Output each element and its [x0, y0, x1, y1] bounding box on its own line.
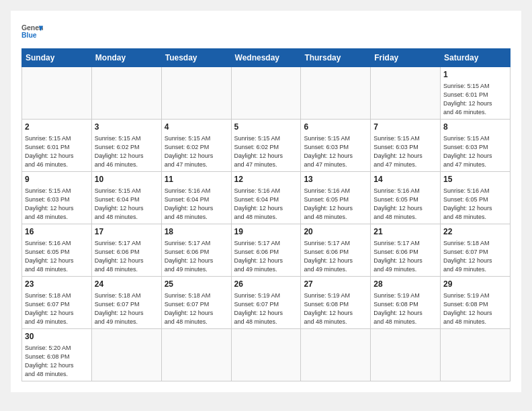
- day-info: Sunrise: 5:15 AM Sunset: 6:02 PM Dayligh…: [234, 134, 298, 169]
- day-info: Sunrise: 5:15 AM Sunset: 6:02 PM Dayligh…: [95, 134, 159, 169]
- calendar-cell: [441, 328, 511, 381]
- day-number: 19: [234, 226, 298, 238]
- generalblue-logo-icon: General Blue: [21, 21, 43, 43]
- weekday-header-wednesday: Wednesday: [231, 49, 301, 67]
- day-info: Sunrise: 5:15 AM Sunset: 6:03 PM Dayligh…: [25, 187, 89, 222]
- day-number: 2: [25, 122, 89, 133]
- day-number: 21: [373, 226, 437, 238]
- calendar-cell: [91, 328, 161, 381]
- day-info: Sunrise: 5:16 AM Sunset: 6:05 PM Dayligh…: [304, 187, 367, 222]
- calendar-cell: 25Sunrise: 5:18 AM Sunset: 6:07 PM Dayli…: [161, 276, 231, 328]
- calendar-cell: 2Sunrise: 5:15 AM Sunset: 6:01 PM Daylig…: [22, 119, 92, 171]
- day-number: 7: [373, 122, 437, 133]
- calendar-cell: 18Sunrise: 5:17 AM Sunset: 6:06 PM Dayli…: [161, 224, 231, 276]
- day-number: 29: [443, 279, 507, 290]
- svg-text:Blue: Blue: [21, 32, 37, 39]
- day-info: Sunrise: 5:15 AM Sunset: 6:03 PM Dayligh…: [304, 134, 367, 169]
- day-info: Sunrise: 5:19 AM Sunset: 6:08 PM Dayligh…: [443, 291, 507, 326]
- header: General Blue: [21, 21, 511, 43]
- day-number: 17: [95, 226, 159, 238]
- calendar-cell: 30Sunrise: 5:20 AM Sunset: 6:08 PM Dayli…: [22, 328, 92, 381]
- calendar-cell: 6Sunrise: 5:15 AM Sunset: 6:03 PM Daylig…: [301, 119, 371, 171]
- weekday-header-thursday: Thursday: [301, 49, 371, 67]
- day-number: 25: [165, 279, 228, 290]
- day-info: Sunrise: 5:15 AM Sunset: 6:04 PM Dayligh…: [95, 187, 159, 222]
- day-number: 30: [25, 331, 89, 342]
- day-number: 12: [234, 174, 298, 185]
- day-info: Sunrise: 5:19 AM Sunset: 6:07 PM Dayligh…: [234, 291, 298, 326]
- day-number: 20: [304, 226, 367, 238]
- day-info: Sunrise: 5:16 AM Sunset: 6:05 PM Dayligh…: [443, 187, 507, 222]
- day-number: 23: [25, 279, 89, 290]
- weekday-header-sunday: Sunday: [22, 49, 92, 67]
- day-info: Sunrise: 5:15 AM Sunset: 6:01 PM Dayligh…: [25, 134, 89, 169]
- day-number: 16: [25, 226, 89, 238]
- day-info: Sunrise: 5:17 AM Sunset: 6:06 PM Dayligh…: [95, 239, 159, 274]
- calendar-cell: [161, 328, 231, 381]
- day-info: Sunrise: 5:17 AM Sunset: 6:06 PM Dayligh…: [373, 239, 437, 274]
- day-number: 4: [165, 122, 228, 133]
- calendar-cell: [371, 67, 441, 120]
- day-number: 13: [304, 174, 367, 185]
- day-info: Sunrise: 5:15 AM Sunset: 6:03 PM Dayligh…: [373, 134, 437, 169]
- day-info: Sunrise: 5:17 AM Sunset: 6:06 PM Dayligh…: [234, 239, 298, 274]
- calendar-cell: 9Sunrise: 5:15 AM Sunset: 6:03 PM Daylig…: [22, 171, 92, 224]
- calendar-cell: [22, 67, 92, 120]
- day-number: 5: [234, 122, 298, 133]
- calendar-cell: 8Sunrise: 5:15 AM Sunset: 6:03 PM Daylig…: [441, 119, 511, 171]
- calendar-cell: 20Sunrise: 5:17 AM Sunset: 6:06 PM Dayli…: [301, 224, 371, 276]
- calendar-week-row: 2Sunrise: 5:15 AM Sunset: 6:01 PM Daylig…: [22, 119, 511, 171]
- day-number: 22: [443, 226, 507, 238]
- calendar-week-row: 30Sunrise: 5:20 AM Sunset: 6:08 PM Dayli…: [22, 328, 511, 381]
- calendar-cell: 15Sunrise: 5:16 AM Sunset: 6:05 PM Dayli…: [441, 171, 511, 224]
- day-info: Sunrise: 5:15 AM Sunset: 6:01 PM Dayligh…: [443, 82, 507, 117]
- calendar-cell: 7Sunrise: 5:15 AM Sunset: 6:03 PM Daylig…: [371, 119, 441, 171]
- day-number: 1: [443, 69, 507, 81]
- day-info: Sunrise: 5:18 AM Sunset: 6:07 PM Dayligh…: [443, 239, 507, 274]
- calendar-cell: [231, 328, 301, 381]
- calendar-cell: 4Sunrise: 5:15 AM Sunset: 6:02 PM Daylig…: [161, 119, 231, 171]
- calendar-cell: 1Sunrise: 5:15 AM Sunset: 6:01 PM Daylig…: [441, 67, 511, 120]
- calendar-cell: [301, 67, 371, 120]
- day-info: Sunrise: 5:17 AM Sunset: 6:06 PM Dayligh…: [304, 239, 367, 274]
- day-number: 8: [443, 122, 507, 133]
- day-number: 27: [304, 279, 367, 290]
- day-number: 3: [95, 122, 159, 133]
- day-number: 28: [373, 279, 437, 290]
- calendar-page: General Blue SundayMondayTuesdayWednesda…: [11, 11, 521, 392]
- calendar-cell: 28Sunrise: 5:19 AM Sunset: 6:08 PM Dayli…: [371, 276, 441, 328]
- day-number: 9: [25, 174, 89, 185]
- calendar-week-row: 23Sunrise: 5:18 AM Sunset: 6:07 PM Dayli…: [22, 276, 511, 328]
- calendar-cell: 26Sunrise: 5:19 AM Sunset: 6:07 PM Dayli…: [231, 276, 301, 328]
- calendar-cell: [371, 328, 441, 381]
- day-number: 6: [304, 122, 367, 133]
- calendar-cell: 11Sunrise: 5:16 AM Sunset: 6:04 PM Dayli…: [161, 171, 231, 224]
- day-info: Sunrise: 5:18 AM Sunset: 6:07 PM Dayligh…: [25, 291, 89, 326]
- calendar-cell: [161, 67, 231, 120]
- calendar-table: SundayMondayTuesdayWednesdayThursdayFrid…: [21, 48, 511, 381]
- day-info: Sunrise: 5:15 AM Sunset: 6:03 PM Dayligh…: [443, 134, 507, 169]
- weekday-header-saturday: Saturday: [441, 49, 511, 67]
- calendar-cell: 5Sunrise: 5:15 AM Sunset: 6:02 PM Daylig…: [231, 119, 301, 171]
- day-info: Sunrise: 5:18 AM Sunset: 6:07 PM Dayligh…: [95, 291, 159, 326]
- calendar-week-row: 1Sunrise: 5:15 AM Sunset: 6:01 PM Daylig…: [22, 67, 511, 120]
- calendar-cell: 29Sunrise: 5:19 AM Sunset: 6:08 PM Dayli…: [441, 276, 511, 328]
- day-number: 10: [95, 174, 159, 185]
- weekday-header-tuesday: Tuesday: [161, 49, 231, 67]
- calendar-week-row: 9Sunrise: 5:15 AM Sunset: 6:03 PM Daylig…: [22, 171, 511, 224]
- calendar-cell: 10Sunrise: 5:15 AM Sunset: 6:04 PM Dayli…: [91, 171, 161, 224]
- day-info: Sunrise: 5:16 AM Sunset: 6:04 PM Dayligh…: [165, 187, 228, 222]
- day-info: Sunrise: 5:19 AM Sunset: 6:08 PM Dayligh…: [304, 291, 367, 326]
- day-info: Sunrise: 5:15 AM Sunset: 6:02 PM Dayligh…: [165, 134, 228, 169]
- day-info: Sunrise: 5:20 AM Sunset: 6:08 PM Dayligh…: [25, 344, 89, 379]
- calendar-cell: 19Sunrise: 5:17 AM Sunset: 6:06 PM Dayli…: [231, 224, 301, 276]
- day-number: 18: [165, 226, 228, 238]
- day-info: Sunrise: 5:16 AM Sunset: 6:04 PM Dayligh…: [234, 187, 298, 222]
- day-info: Sunrise: 5:17 AM Sunset: 6:06 PM Dayligh…: [165, 239, 228, 274]
- calendar-cell: 17Sunrise: 5:17 AM Sunset: 6:06 PM Dayli…: [91, 224, 161, 276]
- calendar-cell: 21Sunrise: 5:17 AM Sunset: 6:06 PM Dayli…: [371, 224, 441, 276]
- day-info: Sunrise: 5:19 AM Sunset: 6:08 PM Dayligh…: [373, 291, 437, 326]
- calendar-cell: [301, 328, 371, 381]
- calendar-cell: 16Sunrise: 5:16 AM Sunset: 6:05 PM Dayli…: [22, 224, 92, 276]
- calendar-cell: 22Sunrise: 5:18 AM Sunset: 6:07 PM Dayli…: [441, 224, 511, 276]
